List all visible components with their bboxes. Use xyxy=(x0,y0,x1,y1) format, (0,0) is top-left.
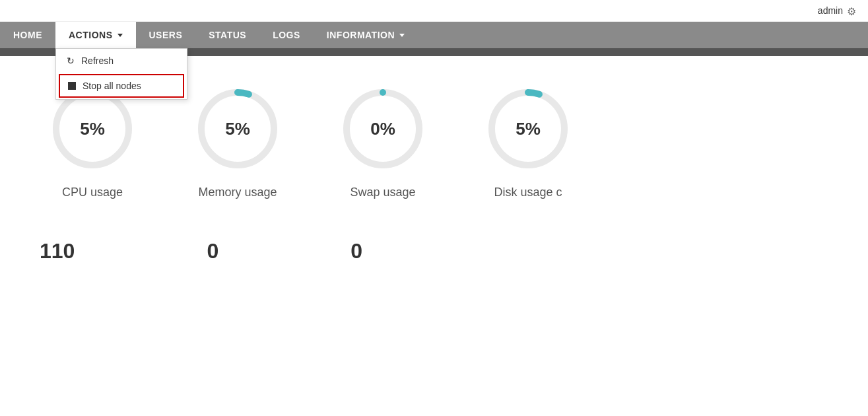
nav-item-status[interactable]: STATUS xyxy=(195,22,259,48)
gauge-label-cpu: CPU usage xyxy=(62,186,123,199)
gauge-circle-swap: 0% xyxy=(337,83,429,175)
refresh-icon: ↻ xyxy=(67,55,75,66)
dropdown-item-refresh[interactable]: ↻ Refresh xyxy=(56,49,187,73)
nav-item-actions[interactable]: ACTIONS xyxy=(55,22,136,48)
admin-username: admin xyxy=(818,5,843,16)
gauge-value-swap: 0% xyxy=(370,119,395,139)
gauge-item-disk: 5% Disk usage c xyxy=(475,83,581,199)
gauge-item-swap: 0% Swap usage xyxy=(330,83,436,199)
gauge-item-cpu: 5% CPU usage xyxy=(40,83,145,199)
gauge-label-swap: Swap usage xyxy=(350,186,415,199)
gauges-row: 5% CPU usage 5% Memory usage 0% xyxy=(40,83,828,199)
nav-item-logs[interactable]: LOGS xyxy=(259,22,314,48)
nav-item-information[interactable]: INFORMATION xyxy=(314,22,418,48)
actions-dropdown-container: ACTIONS ↻ Refresh Stop all nodes xyxy=(55,22,136,48)
top-bar: admin ⚙ xyxy=(0,0,868,22)
gauge-label-disk: Disk usage c xyxy=(494,186,562,199)
actions-dropdown-menu: ↻ Refresh Stop all nodes xyxy=(55,48,187,100)
gauge-circle-disk: 5% xyxy=(482,83,574,175)
navbar: HOME ACTIONS ↻ Refresh Stop all nodes US… xyxy=(0,22,868,48)
information-caret-icon xyxy=(399,34,405,37)
gauge-value-memory: 5% xyxy=(225,119,250,139)
gauge-item-memory: 5% Memory usage xyxy=(185,83,290,199)
nav-item-users[interactable]: USERS xyxy=(136,22,196,48)
gauge-circle-memory: 5% xyxy=(191,83,284,175)
gauge-value-disk: 5% xyxy=(516,119,541,139)
gauge-value-cpu: 5% xyxy=(80,119,105,139)
caret-icon xyxy=(117,34,123,37)
nav-item-home[interactable]: HOME xyxy=(0,22,55,48)
stats-row: 110 0 0 xyxy=(40,239,828,263)
stat-value-3: 0 xyxy=(351,239,362,263)
stat-value-1: 110 xyxy=(40,239,75,263)
admin-section: admin ⚙ xyxy=(818,5,857,16)
gauge-label-memory: Memory usage xyxy=(198,186,277,199)
gear-icon[interactable]: ⚙ xyxy=(847,5,857,16)
stop-icon xyxy=(68,82,76,90)
dropdown-item-stop-all-nodes[interactable]: Stop all nodes xyxy=(59,74,184,98)
stat-value-2: 0 xyxy=(207,239,218,263)
